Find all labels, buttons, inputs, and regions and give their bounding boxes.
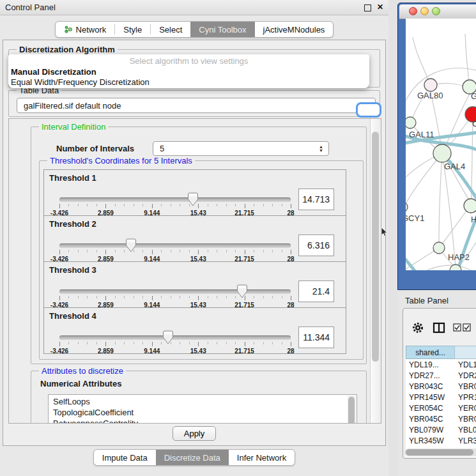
tick-mark	[282, 250, 282, 252]
threshold-value-field[interactable]: 6.316	[298, 234, 334, 256]
threshold-value-field[interactable]: 21.4	[298, 280, 334, 302]
slider-thumb[interactable]	[162, 330, 174, 345]
float-panel-icon[interactable]	[364, 4, 371, 12]
slider-thumb[interactable]	[236, 284, 248, 299]
zoom-window-icon[interactable]	[432, 7, 440, 15]
threshold-label: Threshold 4	[49, 311, 96, 321]
minimize-window-icon[interactable]	[420, 7, 429, 15]
table-cell: YBR043C	[406, 382, 455, 391]
network-icon	[64, 25, 73, 34]
attribute-item[interactable]: SelfLoops	[53, 396, 357, 407]
tick-mark	[59, 204, 60, 208]
algorithm-option[interactable]: Equal Width/Frequency Discretization	[8, 77, 369, 88]
network-node[interactable]	[424, 79, 437, 91]
tick-mark	[115, 250, 116, 252]
tick-mark	[161, 296, 162, 298]
column-header[interactable]: shared...	[406, 346, 455, 359]
tick-mark	[115, 204, 116, 206]
table-row[interactable]: YER054CYER0	[406, 403, 476, 413]
column-header[interactable]: na	[454, 346, 476, 359]
tick-mark	[68, 342, 69, 344]
table-cell: YLR345W	[406, 436, 455, 445]
node-label: C	[472, 119, 476, 128]
network-node[interactable]	[464, 199, 476, 213]
tick-mark	[115, 296, 116, 298]
table-cell: YPR145W	[406, 393, 455, 402]
network-node[interactable]	[433, 242, 445, 254]
network-edge[interactable]	[465, 34, 470, 87]
threshold-slider[interactable]: -3.4262.8599.14415.4321.71528	[59, 242, 291, 263]
settings-scrollbar[interactable]	[370, 119, 381, 423]
table-row[interactable]: YLR345WYLR3	[406, 435, 476, 446]
split-panel-icon[interactable]	[433, 321, 445, 334]
network-canvas[interactable]: GAL80GAGAL11CGAL4GCY1HAHAP2	[406, 19, 476, 270]
settings-scrollbar-thumb[interactable]	[372, 132, 379, 362]
threshold-slider[interactable]: -3.4262.8599.14415.4321.71528	[59, 334, 291, 355]
tab-impute-data[interactable]: Impute Data	[94, 450, 156, 465]
attribute-item[interactable]: BetweennessCentrality	[53, 418, 357, 424]
network-node[interactable]	[406, 202, 408, 212]
tick-mark	[96, 296, 97, 298]
num-intervals-combo[interactable]: 5 ▲▼	[153, 141, 329, 156]
tab-label: jActiveMNodules	[263, 25, 325, 35]
algorithm-option[interactable]: Manual Discretization	[8, 67, 369, 77]
tab-style[interactable]: Style	[115, 22, 150, 37]
table-data-combo[interactable]: galFiltered.sif default node ▲▼	[17, 98, 376, 113]
table-header: shared...na	[406, 346, 476, 359]
apply-button[interactable]: Apply	[173, 426, 216, 441]
threshold-slider[interactable]: -3.4262.8599.14415.4321.71528	[59, 196, 291, 217]
table-hscrollbar[interactable]	[404, 449, 476, 456]
table-row[interactable]: YBR043CYBR0	[406, 381, 476, 392]
numerical-attributes-heading: Numerical Attributes	[40, 379, 121, 388]
slider-thumb[interactable]	[125, 238, 137, 253]
tab-cyni-toolbox[interactable]: Cyni Toolbox	[190, 22, 254, 37]
network-view-window: GAL80GAGAL11CGAL4GCY1HAHAP2	[397, 3, 476, 290]
threshold-value-field[interactable]: 14.713	[298, 188, 334, 210]
network-edge[interactable]	[406, 265, 476, 270]
tick-mark	[171, 250, 171, 252]
attribute-item[interactable]: TopologicalCoefficient	[53, 407, 357, 418]
tick-mark	[254, 204, 254, 206]
slider-thumb[interactable]	[187, 192, 199, 207]
table-row[interactable]: YPR145WYPR1	[406, 392, 476, 403]
tick-label: -3.426	[50, 348, 68, 355]
network-node[interactable]	[433, 144, 451, 162]
tick-mark	[263, 204, 264, 206]
table-row[interactable]: YDL19...YDL1	[406, 359, 476, 370]
tick-mark	[87, 296, 88, 298]
close-panel-icon[interactable]: ✕	[377, 3, 383, 12]
tick-mark	[291, 250, 291, 254]
tick-mark	[134, 204, 134, 206]
attributes-scrollbar[interactable]	[348, 395, 356, 424]
gear-icon[interactable]	[411, 321, 424, 334]
tab-network[interactable]: Network	[56, 22, 115, 37]
network-edge[interactable]	[406, 255, 433, 270]
network-edge[interactable]	[413, 37, 431, 85]
tick-mark	[291, 204, 291, 208]
tick-mark	[87, 250, 88, 252]
table-row[interactable]: YBL079WYBL0	[406, 424, 476, 435]
threshold-slider[interactable]: -3.4262.8599.14415.4321.71528	[59, 288, 291, 309]
network-window-titlebar[interactable]	[399, 4, 476, 19]
network-edge[interactable]	[439, 153, 442, 243]
table-row[interactable]: YDR27...YDR2	[406, 370, 476, 381]
checkbox-icon[interactable]	[463, 323, 471, 332]
tab-infer-network[interactable]: Infer Network	[229, 450, 295, 465]
tab-select[interactable]: Select	[151, 22, 190, 37]
tab-discretize-data[interactable]: Discretize Data	[156, 450, 229, 465]
tick-mark	[217, 342, 217, 344]
table-row[interactable]: YBR045CYBR0	[406, 413, 476, 424]
table-cell: YBR045C	[406, 415, 455, 424]
algorithm-combo[interactable]	[356, 102, 381, 118]
network-edge[interactable]	[439, 211, 466, 248]
checkbox-icon[interactable]	[453, 323, 461, 332]
table-hscrollbar-thumb[interactable]	[406, 449, 473, 456]
tick-mark	[208, 204, 208, 206]
close-window-icon[interactable]	[409, 7, 417, 15]
network-node[interactable]	[406, 117, 416, 128]
tick-mark	[152, 342, 153, 346]
tab-jactivemnodules[interactable]: jActiveMNodules	[255, 22, 334, 37]
attributes-listbox[interactable]: SelfLoopsTopologicalCoefficientBetweenne…	[48, 394, 357, 424]
threshold-value-field[interactable]: 11.344	[298, 326, 334, 348]
tick-mark	[272, 250, 273, 252]
